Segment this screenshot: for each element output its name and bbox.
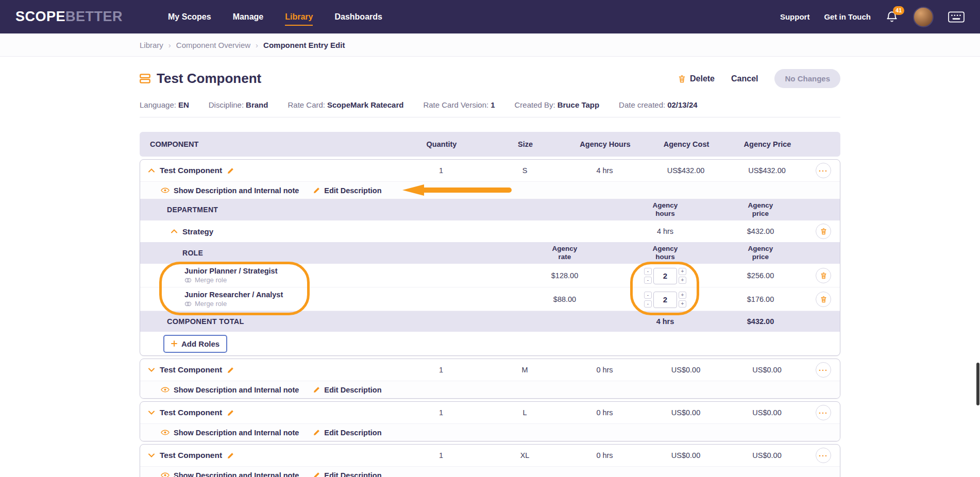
more-icon: ··· (819, 167, 828, 175)
component-price: US$0.00 (727, 408, 807, 417)
component-quantity: 1 (397, 408, 485, 417)
expand-component-button[interactable] (148, 411, 155, 415)
hours-input[interactable] (653, 268, 677, 284)
nav-manage[interactable]: Manage (233, 10, 264, 24)
edit-description-button[interactable]: Edit Description (313, 471, 381, 477)
increment-button[interactable]: + (679, 300, 686, 308)
avatar[interactable] (913, 7, 934, 27)
eye-icon (161, 472, 170, 477)
component-size: XL (485, 451, 565, 459)
table-header-row: COMPONENT Quantity Size Agency Hours Age… (140, 132, 840, 157)
nav-my-scopes[interactable]: My Scopes (168, 10, 211, 24)
more-icon: ··· (819, 452, 828, 459)
nav-library[interactable]: Library (285, 10, 313, 24)
edit-description-button[interactable]: Edit Description (313, 386, 381, 394)
no-changes-button[interactable]: No Changes (774, 69, 840, 88)
scrollbar-thumb[interactable] (976, 363, 979, 405)
component-price: US$432.00 (727, 166, 807, 175)
more-actions-button[interactable]: ··· (816, 163, 831, 178)
expand-component-button[interactable] (148, 453, 155, 457)
decrement-button[interactable]: - (644, 300, 652, 308)
increment-button[interactable]: + (679, 268, 686, 275)
decrement-button[interactable]: - (644, 268, 652, 275)
department-hours: 4 hrs (616, 227, 714, 235)
nav-dashboards[interactable]: Dashboards (334, 10, 382, 24)
page-header: Test Component Delete Cancel No Changes (140, 69, 840, 88)
department-name: Strategy (182, 227, 213, 236)
description-row: Show Description and Internal note Edit … (140, 181, 840, 199)
component-hours: 4 hrs (565, 166, 645, 175)
cancel-button[interactable]: Cancel (731, 74, 758, 83)
eye-icon (161, 387, 170, 393)
edit-description-button[interactable]: Edit Description (313, 186, 381, 195)
role-header-label: ROLE (140, 249, 513, 257)
component-name: Test Component (160, 166, 222, 175)
merge-role-button[interactable]: Merge role (184, 276, 513, 284)
meta-rate-card: Rate Card:ScopeMark Ratecard (288, 100, 403, 109)
merge-role-button[interactable]: Merge role (184, 300, 513, 308)
breadcrumb-library[interactable]: Library (140, 41, 163, 49)
collapse-component-button[interactable] (148, 168, 155, 173)
component-name: Test Component (160, 408, 222, 417)
delete-role-button[interactable] (816, 268, 831, 283)
meta-date-created: Date created:02/13/24 (619, 100, 697, 109)
pencil-icon (313, 187, 320, 194)
edit-description-button[interactable]: Edit Description (313, 429, 381, 437)
merge-icon (184, 301, 192, 306)
component-quantity: 1 (397, 451, 485, 459)
component-size: S (485, 166, 565, 175)
more-actions-button[interactable]: ··· (816, 448, 831, 463)
show-description-button[interactable]: Show Description and Internal note (161, 471, 299, 477)
collapse-department-button[interactable] (171, 229, 177, 233)
keyboard-icon (948, 11, 965, 23)
delete-role-button[interactable] (816, 292, 831, 307)
plus-icon (171, 340, 177, 347)
component-price: US$0.00 (727, 451, 807, 459)
notifications-button[interactable]: 41 (885, 10, 899, 24)
show-description-button[interactable]: Show Description and Internal note (161, 186, 299, 195)
decrement-button[interactable]: - (644, 277, 652, 284)
col-component: COMPONENT (140, 140, 398, 148)
pencil-icon (227, 167, 234, 174)
nav-support[interactable]: Support (780, 12, 810, 21)
more-actions-button[interactable]: ··· (816, 362, 831, 378)
edit-component-name-button[interactable] (227, 410, 234, 416)
edit-component-name-button[interactable] (227, 452, 234, 459)
component-price: US$0.00 (727, 366, 807, 374)
component-cost: US$0.00 (645, 408, 727, 417)
pencil-icon (313, 429, 320, 436)
role-row: Junior Planner / Strategist Merge role $… (140, 264, 840, 287)
breadcrumb-component-overview[interactable]: Component Overview (176, 41, 250, 49)
nav-get-in-touch[interactable]: Get in Touch (824, 12, 871, 21)
edit-component-name-button[interactable] (227, 367, 234, 373)
add-roles-button[interactable]: Add Roles (165, 336, 226, 351)
breadcrumb-current: Component Entry Edit (263, 41, 345, 49)
component-row: Test Component 1 L 0 hrs US$0.00 US$0.00… (140, 402, 840, 423)
more-icon: ··· (819, 366, 828, 374)
delete-department-button[interactable] (816, 224, 831, 239)
logo[interactable]: SCOPEBETTER (15, 9, 123, 25)
show-description-button[interactable]: Show Description and Internal note (161, 429, 299, 437)
hours-input[interactable] (653, 292, 677, 308)
delete-button[interactable]: Delete (678, 74, 715, 83)
expand-component-button[interactable] (148, 368, 155, 372)
breadcrumb-bar: Library › Component Overview › Component… (0, 33, 980, 57)
apps-button[interactable] (948, 11, 965, 23)
increment-button[interactable]: + (679, 277, 686, 284)
col-quantity: Quantity (398, 140, 485, 148)
role-name: Junior Researcher / Analyst (184, 291, 513, 299)
add-roles-row: Add Roles (140, 332, 840, 355)
decrement-button[interactable]: - (644, 292, 652, 299)
department-header-label: DEPARTMENT (140, 206, 513, 214)
role-rate: $128.00 (513, 271, 616, 280)
role-price: $256.00 (714, 271, 807, 280)
hours-stepper: - - + + (644, 292, 686, 308)
increment-button[interactable]: + (679, 292, 686, 299)
component-row: Test Component 1 S 4 hrs US$432.00 US$43… (140, 160, 840, 181)
breadcrumb-separator: › (168, 41, 171, 49)
edit-component-name-button[interactable] (227, 167, 234, 174)
more-actions-button[interactable]: ··· (816, 405, 831, 420)
show-description-button[interactable]: Show Description and Internal note (161, 386, 299, 394)
pencil-icon (313, 472, 320, 477)
component-hours: 0 hrs (565, 408, 645, 417)
